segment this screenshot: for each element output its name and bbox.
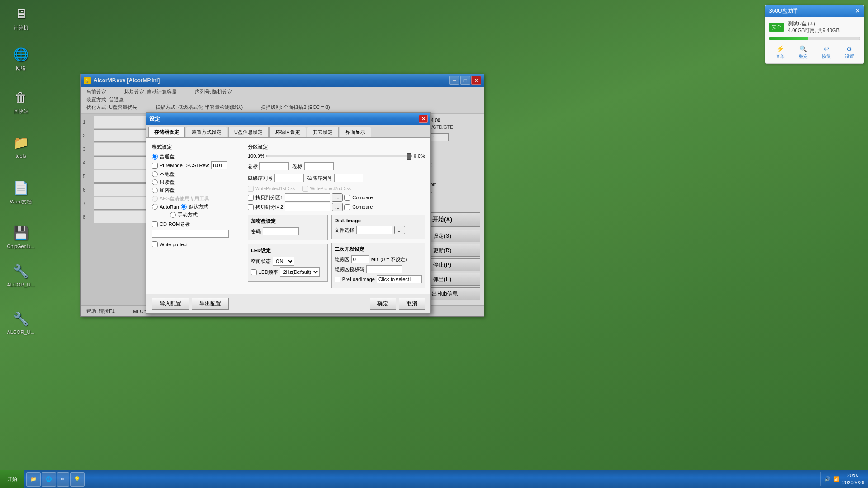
widget-action-scan[interactable]: ⚡ 查杀 [769,45,791,60]
scsi-rev-input[interactable] [211,161,227,169]
preload-checkbox[interactable] [335,277,340,282]
led-idle-select[interactable]: ON OFF [273,257,294,266]
tab-device-mode[interactable]: 装置方式设定 [186,127,227,137]
file-select-input[interactable] [356,226,392,234]
widget-close-button[interactable]: ✕ [855,7,860,14]
disk-serial-1-input[interactable] [274,174,304,182]
taskbar-tray: 🔊 📶 20:03 2020/5/26 [820,472,868,486]
compare-2-checkbox[interactable] [344,204,350,210]
access-password-label: 隐藏区授权码 [335,266,364,273]
taskbar-item-4[interactable]: 💡 [70,472,85,487]
led-freq-label: LED频率 [259,269,278,276]
desktop: 🖥 计算机 🌐 网络 🗑 回收站 📁 tools 📄 Word文档 💾 Chip… [0,0,868,488]
file-select-label: 文件选择 [335,227,354,234]
tab-bar: 存储器设定 装置方式设定 U盘信息设定 坏磁区设定 其它设定 界面显示 [146,125,430,138]
mode-aes: AES盘请使用专用工具 [152,195,242,202]
tray-icon-2: 📶 [833,476,840,482]
compare-1-checkbox[interactable] [344,195,350,201]
mode-normal-radio[interactable] [152,154,158,160]
wp-1st-checkbox[interactable] [248,186,254,192]
widget-actions: ⚡ 查杀 🔍 鉴定 ↩ 恢复 ⚙ 设置 [769,42,860,60]
access-password-input[interactable] [366,265,402,273]
taskbar-clock: 20:03 2020/5/26 [842,472,864,486]
mode-normal[interactable]: 普通盘 [152,153,242,160]
wp-2nd-label: WriteProtect2ndDisk [310,186,351,191]
partition-section: 分区设定 100.0% 0.0% 卷标 [248,144,425,211]
taskbar-item-1[interactable]: 📁 [26,472,41,487]
copy-2-label: 拷贝到分区2 [255,204,283,211]
tab-storage[interactable]: 存储器设定 [148,127,185,137]
disk-serial-2-row: 磁碟序列号 [307,174,363,182]
led-title: LED设定 [251,247,325,254]
ok-button[interactable]: 确定 [370,298,396,310]
mode-readonly-radio[interactable] [152,179,158,185]
autorun-manual-radio[interactable] [170,212,176,218]
vol-label-1-row: 卷标 [248,162,289,170]
password-input[interactable] [263,227,299,235]
preload-input[interactable] [377,275,422,283]
disk-serial-1-row: 磁碟序列号 [248,174,304,182]
taskbar-item-2[interactable]: 🌐 [42,472,56,487]
safe-badge: 安全 [769,23,784,32]
encrypt-title: 加密盘设定 [251,218,325,225]
cdrom-checkbox[interactable] [152,221,158,227]
pure-mode-checkbox[interactable] [152,163,158,169]
export-config-button[interactable]: 导出配置 [192,298,229,310]
file-browse-btn[interactable]: ... [394,226,405,234]
write-protect-checkbox[interactable] [152,241,158,247]
restore-icon: ↩ [824,45,829,52]
hidden-area-label: 隐藏区 [335,256,349,263]
tab-ui[interactable]: 界面显示 [340,127,371,137]
write-protect-row: Write protect [152,241,242,247]
led-freq-select[interactable]: 2Hz(Default) 1Hz 4Hz [280,267,320,277]
hidden-area-unit: MB [371,257,379,262]
wp-2nd-checkbox[interactable] [302,186,308,192]
copy-1-input[interactable] [285,193,330,202]
copy-2-checkbox[interactable] [248,204,254,210]
cancel-button[interactable]: 取消 [399,298,425,310]
disk-serial-2-input[interactable] [334,174,363,182]
file-select-row: 文件选择 ... [335,226,422,234]
widget-title: 360U盘助手 [769,7,855,15]
vol-label-1-input[interactable] [259,162,289,170]
secondary-dev-title: 二次开发设定 [335,246,422,253]
tab-bad-sector[interactable]: 坏磁区设定 [269,127,306,137]
secondary-dev-section: 二次开发设定 隐藏区 MB (0 = 不设定) 隐藏区授权码 [331,243,425,288]
tab-other[interactable]: 其它设定 [307,127,339,137]
widget-body: 安全 测试U盘 (J:) 4.06GB可用, 共9.40GB ⚡ 查杀 🔍 鉴定 [765,17,864,63]
tray-icon-1: 🔊 [824,476,830,482]
mode-autorun-radio[interactable] [152,204,158,210]
settings-icon: ⚙ [846,45,852,52]
mode-aes-radio [152,196,158,202]
led-freq-checkbox[interactable] [251,269,257,275]
widget-action-restore[interactable]: ↩ 恢复 [815,45,837,60]
copy-1-browse-btn[interactable]: ... [332,193,343,202]
cdrom-input[interactable] [152,230,229,238]
dialog-footer: 导入配置 导出配置 确定 取消 [146,294,430,313]
copy-2-input[interactable] [285,203,330,211]
mode-encrypt-radio[interactable] [152,188,158,193]
mode-readonly[interactable]: 只读盘 [152,179,242,186]
drive-available: 4.06GB可用, 共9.40GB [788,27,840,34]
copy-2-browse-btn[interactable]: ... [332,203,343,211]
mode-encrypt[interactable]: 加密盘 [152,187,242,194]
dialog-close-button[interactable]: ✕ [419,115,428,123]
widget-action-verify[interactable]: 🔍 鉴定 [792,45,814,60]
hidden-area-input[interactable] [351,255,369,263]
mode-local[interactable]: 本地盘 [152,171,242,178]
autorun-default-radio[interactable] [181,204,187,210]
partition-slider[interactable] [266,155,412,157]
tab-udisk-info[interactable]: U盘信息设定 [228,127,269,137]
vol-label-2-input[interactable] [304,162,334,170]
widget-action-settings[interactable]: ⚙ 设置 [838,45,860,60]
taskbar-item-3[interactable]: ✏ [57,472,69,487]
start-button-taskbar[interactable]: 开始 [0,470,24,488]
import-config-button[interactable]: 导入配置 [152,298,189,310]
mode-local-radio[interactable] [152,171,158,177]
clock-time: 20:03 [842,472,864,479]
copy-1-checkbox[interactable] [248,195,254,201]
footer-left-buttons: 导入配置 导出配置 [152,298,229,310]
widget-titlebar: 360U盘助手 ✕ [765,5,864,17]
hidden-area-note: (0 = 不设定) [380,256,407,263]
dialog-titlebar: 设定 ✕ [146,113,430,125]
